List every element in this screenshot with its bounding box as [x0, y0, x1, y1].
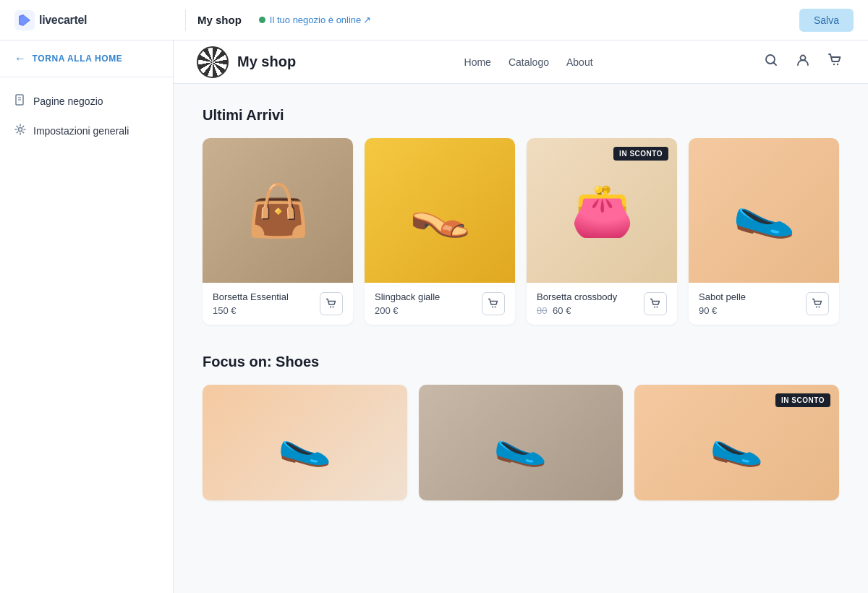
sidebar-item-label: Impostazioni generali [33, 125, 129, 137]
add-to-cart-button-4[interactable] [806, 292, 829, 315]
product-name-2: Slingback gialle [375, 291, 482, 302]
product-price-1: 150 € [213, 305, 320, 316]
product-info-1: Borsetta Essential 150 € [203, 283, 353, 325]
user-icon [796, 53, 810, 67]
menu-item-catalogo[interactable]: Catalogo [509, 56, 549, 68]
svg-point-14 [654, 307, 655, 308]
sidebar-item-left: Impostazioni generali [14, 124, 129, 137]
sidebar-item-label: Pagine negozio [33, 95, 103, 107]
add-to-cart-button-3[interactable] [644, 292, 667, 315]
status-text: Il tuo negozio è online [270, 14, 361, 25]
preview-nav: My shop Home Catalogo About [174, 40, 868, 84]
product-details-2: Slingback gialle 200 € [375, 291, 482, 316]
shop-status: Il tuo negozio è online ↗ [259, 14, 371, 25]
focus-image-1: 🥿 [203, 385, 407, 500]
original-price-3: 80 [537, 305, 547, 316]
preview-menu: Home Catalogo About [464, 56, 593, 68]
preview-content: Ultimi Arrivi 👜 Borsetta Essential 150 € [174, 84, 868, 524]
search-icon [764, 53, 778, 67]
sidebar-item-pagine-negozio[interactable]: Pagine negozio [0, 86, 173, 116]
cart-button[interactable] [825, 50, 845, 74]
logo-text: livecartel [39, 14, 87, 27]
svg-point-10 [330, 307, 331, 308]
svg-point-13 [495, 307, 496, 308]
status-link[interactable]: Il tuo negozio è online ↗ [270, 14, 371, 25]
focus-image-3: 🥿 IN SCONTO [634, 385, 839, 500]
page-icon [14, 94, 26, 108]
back-arrow-icon: ← [14, 52, 27, 65]
product-card-slingback-gialle: 👡 Slingback gialle 200 € [365, 138, 515, 325]
product-name-1: Borsetta Essential [213, 291, 320, 302]
svg-line-6 [774, 63, 777, 66]
svg-point-16 [816, 307, 817, 308]
sidebar: ← TORNA ALLA HOME Pagine negozio Imposta… [0, 40, 174, 593]
main-layout: ← TORNA ALLA HOME Pagine negozio Imposta… [0, 40, 868, 593]
brand-logo [197, 46, 229, 78]
product-name-3: Borsetta crossbody [537, 291, 644, 302]
back-to-home-button[interactable]: ← TORNA ALLA HOME [0, 40, 173, 77]
svg-point-12 [492, 307, 493, 308]
cart-add-icon [326, 298, 337, 310]
product-image-4: 🥿 [689, 138, 839, 283]
product-details-4: Sabot pelle 90 € [699, 291, 806, 316]
product-price-4: 90 € [699, 305, 806, 316]
svg-point-8 [833, 64, 835, 65]
shop-name: My shop [197, 14, 242, 26]
focus-discount-badge: IN SCONTO [775, 393, 830, 407]
account-button[interactable] [793, 50, 813, 74]
back-label: TORNA ALLA HOME [33, 54, 123, 64]
section-title-ultimi-arrivi: Ultimi Arrivi [203, 107, 839, 124]
focus-card-2: 🥿 [419, 385, 624, 500]
focus-card-3: 🥿 IN SCONTO [634, 385, 839, 500]
gear-icon [14, 124, 26, 137]
product-image-1: 👜 [203, 138, 353, 283]
preview-pane: My shop Home Catalogo About [174, 40, 868, 593]
products-grid-ultimi-arrivi: 👜 Borsetta Essential 150 € [203, 138, 839, 325]
svg-point-4 [19, 128, 22, 132]
sidebar-items: Pagine negozio Impostazioni generali [0, 77, 173, 154]
svg-point-17 [819, 307, 820, 308]
product-info-3: Borsetta crossbody 80 60 € [527, 283, 677, 325]
status-dot [259, 17, 265, 23]
sale-price-3: 60 € [553, 305, 571, 316]
product-price-3: 80 60 € [537, 305, 644, 316]
focus-image-2: 🥿 [419, 385, 624, 500]
product-details-3: Borsetta crossbody 80 60 € [537, 291, 644, 316]
svg-point-15 [657, 307, 658, 308]
product-info-4: Sabot pelle 90 € [689, 283, 839, 325]
focus-grid: 🥿 🥿 🥿 IN SCONTO [203, 385, 839, 500]
product-image-3: 👛 IN SCONTO [527, 138, 677, 283]
product-image-2: 👡 [365, 138, 515, 283]
add-to-cart-button-1[interactable] [320, 292, 343, 315]
sidebar-item-left: Pagine negozio [14, 94, 103, 108]
product-card-sabot-pelle: 🥿 Sabot pelle 90 € [689, 138, 839, 325]
cart-add-icon [488, 298, 499, 310]
section-title-focus-shoes: Focus on: Shoes [203, 354, 839, 370]
focus-card-1: 🥿 [203, 385, 407, 500]
external-link-icon: ↗ [363, 14, 371, 25]
sidebar-item-impostazioni[interactable]: Impostazioni generali [0, 116, 173, 145]
preview-icons [761, 50, 845, 74]
logo[interactable]: livecartel [14, 10, 174, 30]
cart-add-icon [812, 298, 823, 310]
product-card-borsetta-essential: 👜 Borsetta Essential 150 € [203, 138, 353, 325]
search-button[interactable] [761, 50, 781, 74]
product-price-2: 200 € [375, 305, 482, 316]
svg-point-9 [837, 64, 838, 65]
brand-name: My shop [237, 54, 296, 70]
cart-add-icon [650, 298, 661, 310]
product-details-1: Borsetta Essential 150 € [213, 291, 320, 316]
discount-badge-3: IN SCONTO [613, 147, 668, 161]
focus-section: Focus on: Shoes 🥿 🥿 🥿 [203, 354, 839, 500]
topbar-divider [185, 9, 186, 31]
topbar: livecartel My shop Il tuo negozio è onli… [0, 0, 868, 40]
logo-icon [14, 10, 35, 30]
save-button[interactable]: Salva [799, 9, 854, 32]
cart-icon [827, 53, 842, 67]
svg-point-11 [333, 307, 334, 308]
product-name-4: Sabot pelle [699, 291, 806, 302]
add-to-cart-button-2[interactable] [482, 292, 505, 315]
menu-item-home[interactable]: Home [464, 56, 491, 68]
menu-item-about[interactable]: About [566, 56, 593, 68]
product-info-2: Slingback gialle 200 € [365, 283, 515, 325]
